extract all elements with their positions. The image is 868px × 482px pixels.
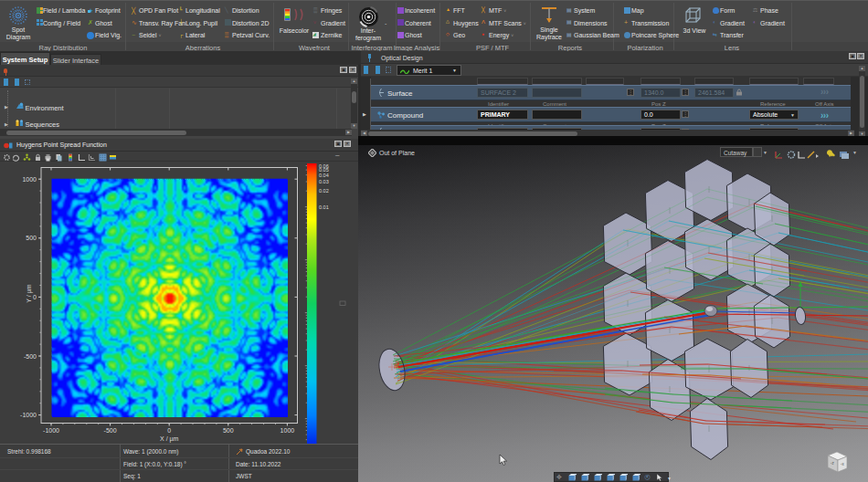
svg-text:500: 500	[223, 427, 234, 434]
svg-text:-500: -500	[104, 427, 117, 434]
svg-text:Y / µm: Y / µm	[26, 284, 33, 302]
svg-text:0.03: 0.03	[319, 179, 329, 184]
svg-text:0.04: 0.04	[319, 173, 329, 178]
svg-text:1000: 1000	[22, 176, 37, 183]
svg-text:-500: -500	[24, 353, 37, 360]
svg-text:0.02: 0.02	[319, 188, 329, 194]
svg-text:0: 0	[33, 294, 37, 300]
svg-text:-1000: -1000	[20, 412, 37, 418]
svg-text:1000: 1000	[281, 427, 295, 434]
svg-text:500: 500	[26, 235, 37, 241]
svg-text:0.01: 0.01	[319, 204, 329, 210]
svg-text:-1000: -1000	[43, 427, 59, 434]
svg-text:0: 0	[167, 427, 171, 434]
svg-text:X / µm: X / µm	[160, 435, 179, 443]
